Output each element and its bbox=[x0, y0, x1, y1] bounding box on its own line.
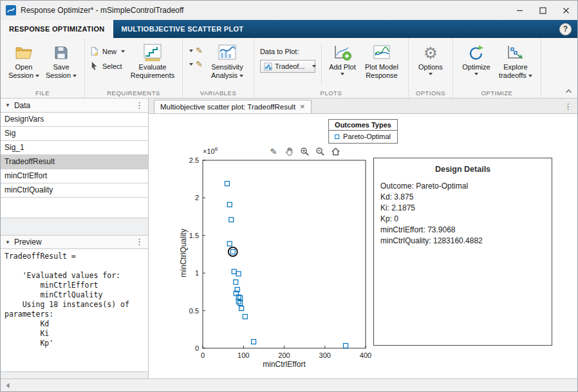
evaluate-requirements-icon bbox=[143, 42, 162, 63]
scatter-plot[interactable]: 010020030040000.511.522.5 bbox=[174, 153, 380, 365]
maximize-button[interactable] bbox=[531, 1, 554, 20]
new-document-icon bbox=[89, 46, 100, 57]
data-item-minctrlquality[interactable]: minCtrlQuality bbox=[1, 183, 148, 198]
file-section-label: FILE bbox=[1, 89, 84, 97]
close-button[interactable] bbox=[554, 1, 577, 20]
evaluate-requirements-button[interactable]: Evaluate Requirements bbox=[128, 41, 177, 81]
minimize-button[interactable] bbox=[508, 1, 531, 20]
legend-entry-pareto-optimal[interactable]: Pareto-Optimal bbox=[329, 131, 397, 143]
options-section-label: OPTIONS bbox=[409, 89, 452, 97]
data-item-sig[interactable]: Sig bbox=[1, 127, 148, 141]
document-menu-icon[interactable]: ⋮ bbox=[564, 103, 572, 111]
data-panel-menu-icon[interactable]: ⋮ bbox=[135, 102, 144, 109]
dropdown-arrow-icon bbox=[73, 75, 77, 77]
svg-text:0.5: 0.5 bbox=[189, 307, 199, 315]
collapse-ribbon-icon[interactable] bbox=[565, 88, 572, 94]
scatter-mini-icon bbox=[264, 62, 272, 71]
app-icon bbox=[6, 5, 16, 15]
optimize-section-label: OPTIMIZE bbox=[453, 89, 541, 97]
edit-variable-secondary-button[interactable]: ✎ bbox=[187, 60, 203, 69]
design-details-title: Design Details bbox=[374, 158, 552, 181]
requirements-section-label: REQUIREMENTS bbox=[85, 89, 182, 97]
select-requirement-button[interactable]: Select bbox=[89, 61, 125, 71]
plot-model-response-icon bbox=[372, 42, 391, 63]
document-tab-bar: Multiobjective scatter plot: TradeoffRes… bbox=[149, 98, 577, 114]
collapse-preview-panel-icon[interactable]: ▼ bbox=[5, 239, 10, 245]
sidebar-gap bbox=[1, 218, 148, 235]
svg-text:1.5: 1.5 bbox=[189, 232, 199, 239]
ribbon: Open Session Save Session FILE New bbox=[1, 38, 577, 98]
svg-text:2.5: 2.5 bbox=[189, 156, 199, 164]
data-item-designvars[interactable]: DesignVars bbox=[1, 113, 148, 127]
plot-model-response-label: Plot Model Response bbox=[362, 63, 402, 80]
legend-entry-label: Pareto-Optimal bbox=[343, 133, 391, 140]
open-session-label: Open Session bbox=[8, 63, 33, 79]
dropdown-arrow-icon bbox=[340, 73, 344, 75]
detail-kd: Kd: 3.875 bbox=[374, 192, 552, 203]
svg-text:100: 100 bbox=[238, 351, 249, 359]
dropdown-arrow-icon bbox=[528, 75, 532, 77]
document-tab-title: Multiobjective scatter plot: TradeoffRes… bbox=[160, 103, 295, 111]
detail-minctrleffort: minCtrlEffort: 73.9068 bbox=[374, 225, 552, 236]
data-item-minctrleffort[interactable]: minCtrlEffort bbox=[1, 169, 148, 183]
add-plot-icon bbox=[333, 42, 352, 63]
ribbon-section-options: ⚙ Options OPTIONS bbox=[409, 38, 453, 98]
svg-text:2: 2 bbox=[195, 194, 199, 201]
save-session-label: Save Session bbox=[46, 63, 71, 79]
collapse-data-panel-icon[interactable]: ▼ bbox=[5, 102, 10, 108]
content-area: Multiobjective scatter plot: TradeoffRes… bbox=[149, 98, 577, 378]
add-plot-label: Add Plot bbox=[329, 63, 356, 71]
help-button[interactable]: ? bbox=[559, 23, 572, 35]
sensitivity-analysis-button[interactable]: Sensitivity Analysis bbox=[206, 41, 248, 81]
data-panel-header: ▼ Data ⋮ bbox=[1, 98, 148, 113]
plot-data-selector[interactable]: Tradeof... bbox=[260, 60, 315, 73]
dropdown-arrow-icon bbox=[35, 75, 39, 77]
sensitivity-analysis-icon bbox=[218, 42, 237, 63]
options-button[interactable]: ⚙ Options bbox=[414, 41, 447, 77]
sidebar: ▼ Data ⋮ DesignVars Sig Sig_1 TradeoffRe… bbox=[1, 98, 149, 378]
open-session-button[interactable]: Open Session bbox=[6, 41, 42, 81]
ribbon-section-variables: ✎ ✎ Sensitivity Analysis VARIABLES bbox=[183, 38, 254, 98]
save-session-button[interactable]: Save Session bbox=[43, 41, 79, 81]
close-document-icon[interactable]: × bbox=[300, 103, 305, 111]
add-plot-button[interactable]: Add Plot bbox=[326, 41, 359, 77]
plot-legend: Outcomes Types Pareto-Optimal bbox=[328, 119, 398, 144]
pareto-marker-icon bbox=[335, 135, 339, 139]
gear-icon: ⚙ bbox=[424, 42, 438, 63]
data-item-sig-1[interactable]: Sig_1 bbox=[1, 141, 148, 155]
preview-panel-menu-icon[interactable]: ⋮ bbox=[135, 238, 144, 246]
toolstrip-tab-bar: RESPONSE OPTIMIZATION MULTIOBJECTIVE SCA… bbox=[1, 20, 577, 38]
title-bar: Response Optimizer* - mSimpleControlTrad… bbox=[1, 1, 577, 20]
optimize-label: Optimize bbox=[462, 63, 490, 71]
new-requirement-button[interactable]: New bbox=[89, 46, 125, 57]
tab-response-optimization[interactable]: RESPONSE OPTIMIZATION bbox=[1, 20, 113, 38]
pencil-icon: ✎ bbox=[196, 46, 203, 55]
optimize-button[interactable]: Optimize bbox=[458, 41, 494, 77]
open-folder-icon bbox=[15, 42, 33, 63]
save-floppy-icon bbox=[53, 42, 69, 63]
new-label: New bbox=[102, 48, 117, 55]
plots-section-label: PLOTS bbox=[254, 89, 408, 97]
tab-multiobjective-scatter-plot[interactable]: MULTIOBJECTIVE SCATTER PLOT bbox=[113, 20, 252, 38]
design-details-panel: Design Details Outcome: Pareto-Optimal K… bbox=[373, 158, 552, 346]
preview-panel-header: ▼ Preview ⋮ bbox=[1, 235, 148, 249]
divider bbox=[321, 44, 322, 85]
dropdown-arrow-icon bbox=[429, 73, 433, 75]
dropdown-arrow-icon bbox=[189, 50, 193, 52]
optimize-icon bbox=[467, 42, 486, 63]
data-item-tradeoffresult[interactable]: TradeoffResult bbox=[1, 155, 148, 169]
variables-section-label: VARIABLES bbox=[183, 89, 254, 97]
document-tab[interactable]: Multiobjective scatter plot: TradeoffRes… bbox=[154, 100, 312, 113]
select-label: Select bbox=[102, 62, 122, 70]
ribbon-section-optimize: Optimize Explore tradeoffs OPTIMIZE bbox=[453, 38, 541, 98]
svg-text:400: 400 bbox=[360, 351, 371, 359]
detail-minctrlquality: minCtrlQuality: 1283160.4882 bbox=[374, 236, 552, 247]
explore-tradeoffs-button[interactable]: Explore tradeoffs bbox=[496, 41, 536, 81]
edit-variable-button[interactable]: ✎ bbox=[187, 46, 203, 55]
detail-kp: Kp: 0 bbox=[374, 214, 552, 225]
main-area: ▼ Data ⋮ DesignVars Sig Sig_1 TradeoffRe… bbox=[1, 98, 577, 378]
preview-panel-title: Preview bbox=[14, 238, 42, 247]
dock-arrow-icon[interactable] bbox=[5, 380, 11, 391]
explore-tradeoffs-icon bbox=[506, 42, 525, 63]
plot-model-response-button[interactable]: Plot Model Response bbox=[360, 41, 403, 81]
